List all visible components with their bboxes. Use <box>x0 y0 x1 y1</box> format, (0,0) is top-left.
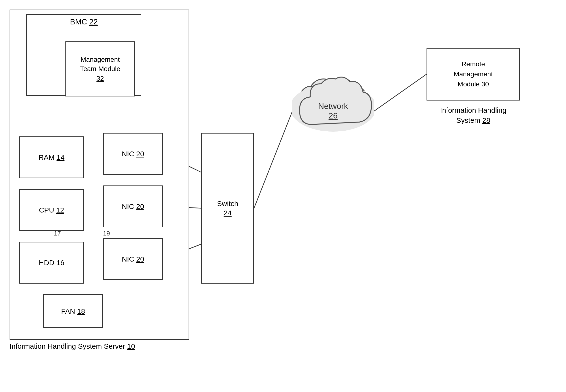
nic2-box: NIC 20 <box>103 185 163 227</box>
nic1-label: NIC 20 <box>122 149 144 158</box>
nic2-label: NIC 20 <box>122 202 144 211</box>
cpu-box: CPU 12 <box>19 189 84 231</box>
arrow-19-label: 19 <box>103 230 110 237</box>
diagram: BMC 22 ManagementTeam Module32 RAM 14 CP… <box>0 0 566 392</box>
svg-text:26: 26 <box>328 111 338 120</box>
ram-label: RAM 14 <box>39 153 64 162</box>
nic3-label: NIC 20 <box>122 254 144 264</box>
svg-line-14 <box>254 111 292 208</box>
server-label: Information Handling System Server 10 <box>10 342 135 350</box>
network-cloud: Network 26 <box>292 72 374 151</box>
nic1-box: NIC 20 <box>103 133 163 175</box>
svg-text:Network: Network <box>318 101 348 111</box>
nic3-box: NIC 20 <box>103 238 163 280</box>
ram-box: RAM 14 <box>19 136 84 178</box>
hdd-label: HDD 16 <box>39 258 64 267</box>
remote-management-label: RemoteManagementModule 30 <box>454 59 493 89</box>
ihs-label: Information HandlingSystem 28 <box>427 105 520 126</box>
svg-line-15 <box>374 74 427 111</box>
bmc-box: BMC 22 ManagementTeam Module32 <box>26 14 141 96</box>
hdd-box: HDD 16 <box>19 242 84 284</box>
switch-box: Switch24 <box>201 133 254 284</box>
cpu-label: CPU 12 <box>39 205 64 215</box>
mgmt-module-box: ManagementTeam Module32 <box>65 42 135 97</box>
arrow-17-label: 17 <box>54 230 61 237</box>
remote-management-box: RemoteManagementModule 30 <box>427 48 520 100</box>
switch-label: Switch24 <box>217 199 238 218</box>
bmc-label: BMC 22 <box>27 17 141 26</box>
fan-box: FAN 18 <box>43 294 103 328</box>
mgmt-module-label: ManagementTeam Module32 <box>80 55 120 83</box>
fan-label: FAN 18 <box>61 307 85 316</box>
